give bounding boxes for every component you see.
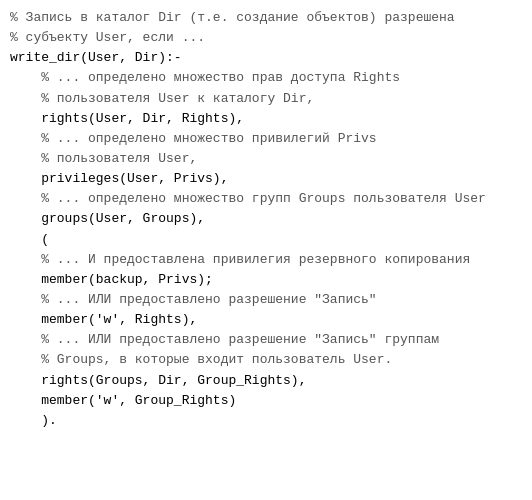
code-line-7: % пользователя User, [10, 149, 522, 169]
code-line-16: % ... ИЛИ предоставлено разрешение "Запи… [10, 330, 522, 350]
code-line-9: % ... определено множество групп Groups … [10, 189, 522, 209]
code-line-0: % Запись в каталог Dir (т.е. создание об… [10, 8, 522, 28]
code-line-14: % ... ИЛИ предоставлено разрешение "Запи… [10, 290, 522, 310]
code-line-4: % пользователя User к каталогу Dir, [10, 89, 522, 109]
code-line-12: % ... И предоставлена привилегия резервн… [10, 250, 522, 270]
code-line-10: groups(User, Groups), [10, 209, 522, 229]
code-line-1: % субъекту User, если ... [10, 28, 522, 48]
code-line-11: ( [10, 230, 522, 250]
code-line-13: member(backup, Privs); [10, 270, 522, 290]
code-line-5: rights(User, Dir, Rights), [10, 109, 522, 129]
code-line-17: % Groups, в которые входит пользователь … [10, 350, 522, 370]
code-line-20: ). [10, 411, 522, 431]
code-line-2: write_dir(User, Dir):- [10, 48, 522, 68]
code-line-6: % ... определено множество привилегий Pr… [10, 129, 522, 149]
code-line-19: member('w', Group_Rights) [10, 391, 522, 411]
code-container: % Запись в каталог Dir (т.е. создание об… [0, 0, 532, 500]
code-line-18: rights(Groups, Dir, Group_Rights), [10, 371, 522, 391]
code-line-3: % ... определено множество прав доступа … [10, 68, 522, 88]
code-line-15: member('w', Rights), [10, 310, 522, 330]
code-line-8: privileges(User, Privs), [10, 169, 522, 189]
